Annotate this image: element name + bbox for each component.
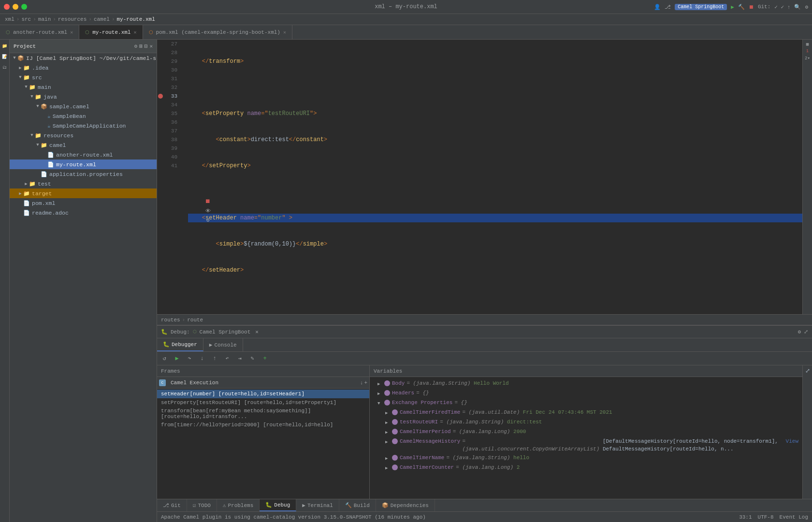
breadcrumb-routes[interactable]: routes [161,317,180,323]
close-button[interactable] [4,4,10,10]
tree-java[interactable]: ▼ 📁 java [10,92,157,102]
expand-icon[interactable]: ▶ [385,419,391,427]
sidebar-settings-icon[interactable]: ⚙ [134,43,138,49]
tab-another-route[interactable]: ⬡ another-route.xml ✕ [0,25,79,39]
maximize-button[interactable] [21,4,27,10]
tree-root[interactable]: ▼ 📦 IJ [Camel SpringBoot] ~/Dev/git/came… [10,53,157,63]
frame-item-1[interactable]: setHeader[number] [route=hello,id=setHea… [157,390,369,398]
user-icon[interactable]: 👤 [654,4,661,10]
sidebar-collapse-icon[interactable]: ⊟ [145,43,148,49]
sidebar-expand-icon[interactable]: ⊞ [139,43,143,49]
var-msg-history[interactable]: ▶ CamelMessageHistory = (java.util.concu… [370,437,802,453]
event-log[interactable]: Event Log [780,514,808,520]
view-link[interactable]: View [786,437,798,445]
vcs-icon[interactable]: ⎇ [665,4,671,10]
breadcrumb-file[interactable]: my-route.xml [117,16,155,22]
frames-sort-icon[interactable]: ↓ [360,380,363,386]
step-over-btn[interactable]: ↷ [184,354,195,363]
expand-icon[interactable]: ▶ [385,464,391,472]
frame-item-4[interactable]: from[timer://hello?period=2000] [route=h… [157,420,369,429]
expand-arrow[interactable]: ▶ [23,181,29,187]
expand-arrow[interactable]: ▶ [17,191,23,196]
frame-item-2[interactable]: setProperty[testRouteURI] [route=hello,i… [157,398,369,407]
tree-app-props[interactable]: 📄 application.properties [10,169,157,179]
expand-icon[interactable]: ▶ [385,455,391,463]
tab-console[interactable]: ▶ Console [203,338,243,351]
var-timer-fired[interactable]: ▶ CamelTimerFiredTime = (java.util.Date)… [370,408,802,418]
step-out-btn[interactable]: ↑ [209,354,220,363]
tree-sample-camel[interactable]: ▼ 📦 sample.camel [10,102,157,111]
expand-icon[interactable]: ▶ [385,438,391,446]
tree-main[interactable]: ▼ 📁 main [10,82,157,92]
restart-btn[interactable]: ↺ [159,354,170,363]
var-exchange-props[interactable]: ▼ Exchange Properties = {} [370,398,802,408]
breadcrumb-src[interactable]: src [21,16,31,22]
maximize-icon[interactable]: ⤢ [804,329,808,335]
tree-pom[interactable]: 📄 pom.xml [10,198,157,208]
expand-icon[interactable]: ▼ [377,400,383,407]
tree-resources[interactable]: ▼ 📁 resources [10,130,157,140]
var-headers[interactable]: ▶ Headers = {} [370,389,802,398]
tab-pom[interactable]: ⬡ pom.xml (camel-example-spring-boot-xml… [143,25,292,39]
settings-icon[interactable]: ⚙ [805,4,808,10]
settings-icon[interactable]: ⚙ [798,329,801,335]
tree-sample-camel-app[interactable]: ☕ SampleCamelApplication [10,121,157,130]
expand-arrow[interactable]: ▼ [23,85,29,89]
expand-icon[interactable]: ▶ [377,380,383,388]
expand-arrow[interactable]: ▶ [17,65,23,71]
tab-my-route[interactable]: ⬡ my-route.xml ✕ [79,25,143,39]
tab-debug[interactable]: 🐛 Debug [260,499,296,511]
tree-another-route[interactable]: 📄 another-route.xml [10,150,157,160]
breadcrumb-resources[interactable]: resources [58,16,87,22]
var-body[interactable]: ▶ Body = (java.lang.String) Hello World [370,379,802,389]
resume-btn[interactable]: ▶ [172,354,182,363]
tree-readme[interactable]: 📄 readme.adoc [10,208,157,218]
tab-close-icon[interactable]: ✕ [283,29,286,35]
code-editor[interactable]: </transform> <setProperty name="testRout… [184,40,802,314]
structure-icon[interactable]: 🗂 [0,63,9,72]
tab-problems[interactable]: ⚠ Problems [217,499,260,511]
breadcrumb-camel[interactable]: camel [94,16,110,22]
gutter-33[interactable] [157,92,164,101]
tab-git[interactable]: ⎇ Git [157,499,187,511]
debug-session-close[interactable]: ✕ [255,329,259,335]
var-test-route[interactable]: ▶ testRouteURI = (java.lang.String) dire… [370,418,802,427]
step-into-btn[interactable]: ↓ [197,354,207,363]
expand-arrow[interactable]: ▼ [29,133,35,138]
tab-build[interactable]: 🔨 Build [339,499,376,511]
expand-icon[interactable]: ▶ [377,390,383,398]
debug-side-maximize[interactable]: ⤢ [805,367,810,375]
expand-arrow[interactable]: ▼ [17,75,23,80]
build-icon[interactable]: 🔨 [738,4,745,10]
traffic-lights[interactable] [4,4,27,10]
tab-todo[interactable]: ☑ TODO [187,499,217,511]
tree-src[interactable]: ▼ 📁 src [10,72,157,82]
breadcrumb-xml[interactable]: xml [5,16,14,22]
tab-close-icon[interactable]: ✕ [70,29,73,35]
evaluate-btn[interactable]: ✎ [247,354,258,363]
expand-icon[interactable]: ▶ [385,409,391,417]
expand-arrow[interactable]: ▼ [35,143,41,147]
tab-dependencies[interactable]: 📦 Dependencies [376,499,435,511]
var-timer-period[interactable]: ▶ CamelTimerPeriod = (java.lang.Long) 20… [370,427,802,437]
expand-icon[interactable]: ▶ [385,429,391,436]
tree-sample-bean[interactable]: ☕ SampleBean [10,111,157,121]
breadcrumb-main[interactable]: main [38,16,51,22]
tree-test[interactable]: ▶ 📁 test [10,179,157,188]
expand-arrow[interactable]: ▼ [35,104,41,109]
minimap-toggle[interactable]: ▦ [806,42,809,47]
tree-target[interactable]: ▶ 📁 target [10,188,157,198]
add-watch-btn[interactable]: + [260,354,270,363]
var-timer-name[interactable]: ▶ CamelTimerName = (java.lang.String) he… [370,453,802,463]
tab-terminal[interactable]: ▶ Terminal [296,499,339,511]
minimize-button[interactable] [13,4,18,10]
sidebar-close-icon[interactable]: ✕ [149,43,153,49]
var-timer-counter[interactable]: ▶ CamelTimerCounter = (java.lang.Long) 2 [370,463,802,473]
breadcrumb-route[interactable]: route [187,317,203,323]
step-back-btn[interactable]: ↶ [222,354,232,363]
tab-close-icon[interactable]: ✕ [133,29,136,35]
tree-camel-folder[interactable]: ▼ 📁 camel [10,140,157,150]
run-icon[interactable]: ▶ [731,4,734,10]
tab-debugger[interactable]: 🐛 Debugger [157,338,203,351]
expand-arrow[interactable]: ▼ [29,94,35,99]
